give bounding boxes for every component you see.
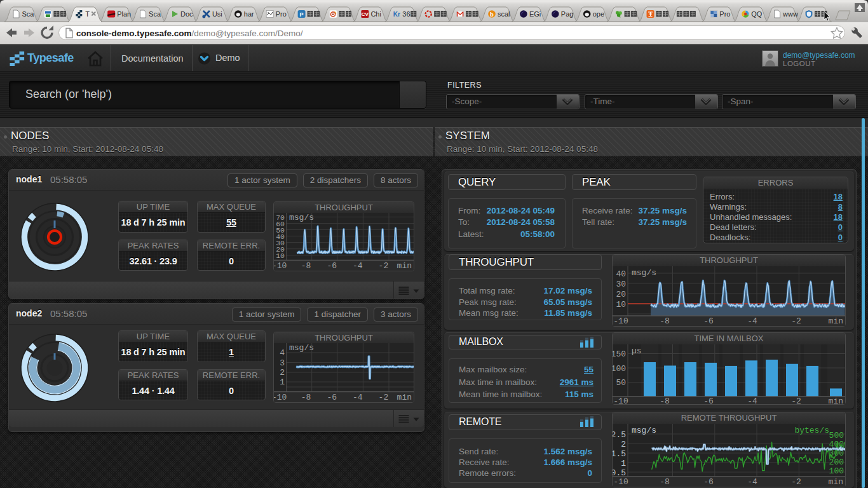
svg-text:200: 200 [829,458,844,467]
svg-text:20: 20 [616,290,626,299]
svg-text:150: 150 [613,349,626,359]
svg-text:Usi: Usi [212,10,222,18]
svg-text:2: 2 [280,368,285,377]
svg-text:Sca: Sca [22,10,35,18]
svg-text:-2: -2 [791,477,801,487]
svg-text:1: 1 [621,459,626,468]
svg-text:-8: -8 [301,261,311,271]
svg-text:µs: µs [632,346,642,356]
svg-text:-6: -6 [327,261,337,271]
svg-text:Sca: Sca [149,10,161,18]
svg-text:40: 40 [616,269,626,279]
svg-text:ope: ope [593,10,604,18]
svg-text:-4: -4 [747,316,757,326]
svg-text:-6: -6 [327,393,337,402]
svg-text:4: 4 [280,348,285,358]
svg-text:scal: scal [498,10,510,18]
svg-text:Chi: Chi [370,10,381,18]
svg-text:-6: -6 [703,396,714,404]
svg-text:www: www [782,10,798,18]
svg-text:-8: -8 [301,393,311,402]
svg-text:-10: -10 [274,393,287,402]
svg-text:bytes/s: bytes/s [794,426,829,435]
svg-text:-2: -2 [379,393,389,402]
svg-text:10: 10 [616,300,626,309]
svg-text:30: 30 [616,280,626,289]
svg-text:-8: -8 [660,316,670,326]
svg-text:1: 1 [280,377,285,387]
svg-text:-4: -4 [353,393,363,402]
svg-text:msg/s: msg/s [289,213,314,222]
svg-text:-2: -2 [791,316,801,326]
svg-text:3: 3 [280,358,285,368]
svg-text:Kr: Kr [393,11,400,18]
svg-text:T: T [85,10,90,18]
svg-text:10: 10 [276,252,285,260]
svg-text:-10: -10 [274,261,287,271]
svg-text:2.5: 2.5 [613,430,626,440]
svg-text:-10: -10 [613,396,628,404]
svg-text:100: 100 [829,466,844,476]
svg-text:-10: -10 [613,477,628,487]
svg-text:1.5: 1.5 [613,449,626,459]
svg-text:Pag: Pag [561,10,574,18]
svg-text:-4: -4 [747,477,757,487]
svg-text:500: 500 [829,431,844,440]
svg-text:b: b [490,11,494,18]
svg-text:P: P [300,11,304,18]
svg-text:Pro: Pro [719,10,730,18]
svg-text:-10: -10 [613,316,628,326]
svg-text:min: min [829,316,843,326]
svg-text:-2: -2 [791,396,801,404]
svg-text:36: 36 [402,10,410,18]
svg-text:-4: -4 [747,396,757,404]
svg-text:Doc: Doc [180,10,193,18]
svg-text:min: min [829,477,843,487]
svg-text:msg/s: msg/s [632,268,656,278]
svg-text:-8: -8 [660,477,670,487]
svg-text:-6: -6 [703,316,714,326]
svg-text:QQ: QQ [751,10,763,18]
svg-text:msg/s: msg/s [632,426,656,435]
svg-text:Plan: Plan [117,10,131,18]
svg-text:-8: -8 [660,396,670,404]
svg-text:min: min [829,396,843,404]
svg-text:msg/s: msg/s [289,343,314,353]
svg-text:min: min [397,393,412,402]
svg-text:CV: CV [362,11,369,17]
svg-text:100: 100 [613,364,626,374]
svg-text:50: 50 [616,378,626,388]
svg-text:EGi: EGi [529,10,541,18]
svg-text:2: 2 [621,440,626,449]
svg-text:Pro: Pro [276,10,287,18]
svg-text:min: min [397,261,412,271]
svg-text:-6: -6 [703,477,714,487]
svg-text:har: har [244,10,254,18]
svg-text:-2: -2 [379,261,389,271]
svg-text:-4: -4 [353,261,363,271]
